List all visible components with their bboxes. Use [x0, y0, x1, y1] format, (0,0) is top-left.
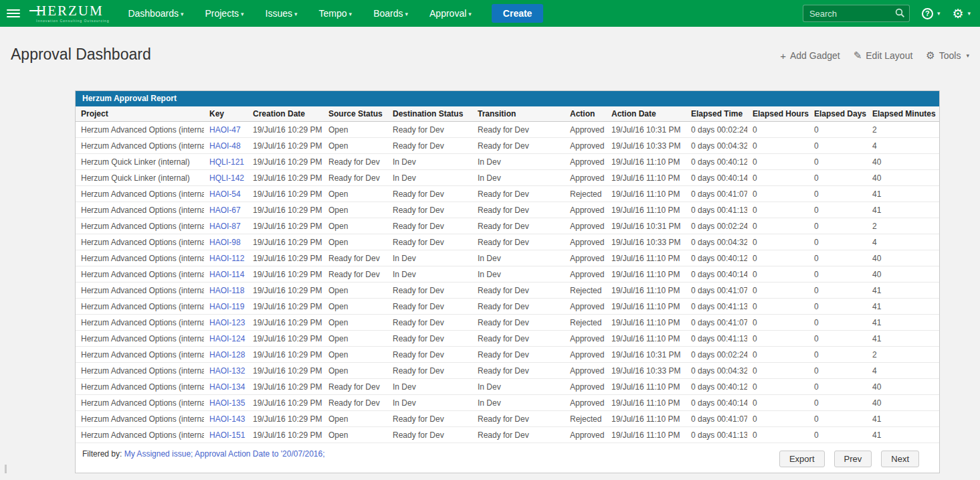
cell-transition: Ready for Dev — [472, 202, 565, 218]
cell-elapsed-minutes: 41 — [867, 202, 939, 218]
col-action: Action — [565, 106, 606, 122]
cell-key: HAOI-123 — [204, 315, 248, 331]
table-row: Herzum Advanced Options (internal)HAOI-1… — [76, 379, 939, 395]
cell-elapsed-time: 0 days 00:02:24 — [686, 347, 747, 363]
herzum-logo[interactable]: HERZUM Innovation Consulting Outsourcing — [29, 4, 109, 23]
issue-key-link[interactable]: HAOI-98 — [209, 238, 241, 247]
cell-destination-status: In Dev — [387, 395, 472, 411]
cell-action-date: 19/Jul/16 11:10 PM — [606, 250, 686, 266]
cell-elapsed-minutes: 41 — [867, 315, 939, 331]
nav-item-issues[interactable]: Issues▾ — [266, 8, 298, 19]
cell-elapsed-hours: 0 — [747, 250, 809, 266]
filter-criteria-link[interactable]: My Assigned issue; Approval Action Date … — [124, 449, 325, 459]
export-button[interactable]: Export — [779, 451, 825, 467]
cell-elapsed-hours: 0 — [747, 315, 809, 331]
cell-action-date: 19/Jul/16 11:10 PM — [606, 331, 686, 347]
issue-key-link[interactable]: HAOI-123 — [209, 318, 245, 327]
cell-source-status: Ready for Dev — [323, 379, 387, 395]
cell-project: Herzum Advanced Options (internal) — [76, 347, 204, 363]
cell-elapsed-time: 0 days 00:40:12 — [686, 379, 747, 395]
search-icon[interactable] — [895, 8, 905, 21]
cell-transition: Ready for Dev — [472, 283, 565, 299]
cell-transition: Ready for Dev — [472, 299, 565, 315]
cell-elapsed-hours: 0 — [747, 427, 809, 443]
nav-item-approval[interactable]: Approval▾ — [429, 8, 472, 19]
issue-key-link[interactable]: HAOI-112 — [209, 254, 244, 263]
table-row: Herzum Advanced Options (internal)HAOI-1… — [76, 266, 939, 283]
cell-action: Rejected — [565, 283, 606, 299]
cell-action-date: 19/Jul/16 10:33 PM — [606, 138, 686, 154]
next-button[interactable]: Next — [881, 451, 919, 467]
cell-action: Approved — [565, 331, 606, 347]
table-row: Herzum Advanced Options (internal)HAOI-1… — [76, 411, 939, 427]
issue-key-link[interactable]: HAOI-47 — [209, 125, 241, 135]
cell-elapsed-minutes: 4 — [867, 138, 939, 154]
col-action-date: Action Date — [606, 106, 686, 122]
cell-destination-status: Ready for Dev — [387, 427, 472, 443]
issue-key-link[interactable]: HAOI-151 — [209, 430, 245, 440]
cell-action: Approved — [565, 266, 606, 283]
issue-key-link[interactable]: HAOI-134 — [209, 382, 245, 392]
tools-menu-button[interactable]: ⚙ Tools ▾ — [926, 50, 969, 62]
cell-elapsed-days: 0 — [809, 331, 867, 347]
table-header: Project Key Creation Date Source Status … — [76, 106, 939, 122]
issue-key-link[interactable]: HAOI-135 — [209, 398, 245, 408]
cell-elapsed-hours: 0 — [747, 122, 809, 138]
cell-elapsed-time: 0 days 00:02:24 — [686, 122, 747, 138]
issue-key-link[interactable]: HAOI-143 — [209, 414, 245, 424]
chevron-down-icon: ▾ — [349, 11, 353, 17]
cell-elapsed-hours: 0 — [747, 379, 809, 395]
issue-key-link[interactable]: HAOI-118 — [209, 286, 244, 295]
cell-creation-date: 19/Jul/16 10:29 PM — [248, 299, 323, 315]
cell-elapsed-time: 0 days 00:04:32 — [686, 234, 747, 250]
add-gadget-button[interactable]: + Add Gadget — [780, 50, 840, 62]
issue-key-link[interactable]: HAOI-48 — [209, 141, 241, 151]
issue-key-link[interactable]: HAOI-114 — [209, 270, 244, 279]
cell-creation-date: 19/Jul/16 10:29 PM — [248, 363, 323, 379]
nav-item-boards[interactable]: Boards▾ — [373, 8, 408, 19]
cell-project: Herzum Advanced Options (internal) — [76, 186, 204, 202]
cell-source-status: Ready for Dev — [323, 154, 387, 170]
cell-source-status: Open — [323, 347, 387, 363]
prev-button[interactable]: Prev — [834, 451, 872, 467]
cell-destination-status: Ready for Dev — [387, 299, 472, 315]
chevron-down-icon: ▾ — [937, 10, 941, 17]
create-button[interactable]: Create — [492, 4, 544, 23]
edit-layout-button[interactable]: ✎ Edit Layout — [854, 50, 913, 62]
issue-key-link[interactable]: HAOI-124 — [209, 334, 245, 343]
cell-elapsed-minutes: 40 — [867, 395, 939, 411]
cell-action: Approved — [565, 395, 606, 411]
issue-key-link[interactable]: HAOI-87 — [209, 222, 241, 231]
cell-elapsed-hours: 0 — [747, 234, 809, 250]
cell-elapsed-hours: 0 — [747, 299, 809, 315]
cell-source-status: Open — [323, 218, 387, 234]
chevron-down-icon: ▾ — [294, 11, 298, 17]
issue-key-link[interactable]: HQLI-142 — [209, 173, 244, 183]
cell-action-date: 19/Jul/16 11:10 PM — [606, 170, 686, 186]
issue-key-link[interactable]: HAOI-132 — [209, 366, 245, 376]
settings-menu[interactable]: ⚙ ▾ — [952, 7, 971, 20]
help-menu[interactable]: ? ▾ — [922, 8, 941, 19]
issue-key-link[interactable]: HAOI-128 — [209, 350, 245, 359]
cell-creation-date: 19/Jul/16 10:29 PM — [248, 234, 323, 250]
cell-elapsed-minutes: 2 — [867, 218, 939, 234]
nav-item-tempo[interactable]: Tempo▾ — [319, 8, 353, 19]
search-input[interactable] — [803, 5, 910, 22]
hamburger-menu-icon[interactable] — [7, 9, 20, 17]
cell-creation-date: 19/Jul/16 10:29 PM — [248, 138, 323, 154]
cell-action: Approved — [565, 202, 606, 218]
cell-source-status: Open — [323, 299, 387, 315]
issue-key-link[interactable]: HAOI-119 — [209, 302, 244, 311]
nav-item-projects[interactable]: Projects▾ — [205, 8, 243, 19]
nav-item-dashboards[interactable]: Dashboards▾ — [128, 8, 183, 19]
issue-key-link[interactable]: HAOI-54 — [209, 189, 241, 199]
cell-action-date: 19/Jul/16 11:10 PM — [606, 266, 686, 283]
cell-key: HQLI-142 — [204, 170, 248, 186]
cell-transition: Ready for Dev — [472, 218, 565, 234]
cell-transition: Ready for Dev — [472, 331, 565, 347]
cell-source-status: Ready for Dev — [323, 170, 387, 186]
issue-key-link[interactable]: HAOI-67 — [209, 206, 241, 215]
cell-elapsed-hours: 0 — [747, 186, 809, 202]
issue-key-link[interactable]: HQLI-121 — [209, 157, 244, 167]
cell-elapsed-minutes: 40 — [867, 154, 939, 170]
